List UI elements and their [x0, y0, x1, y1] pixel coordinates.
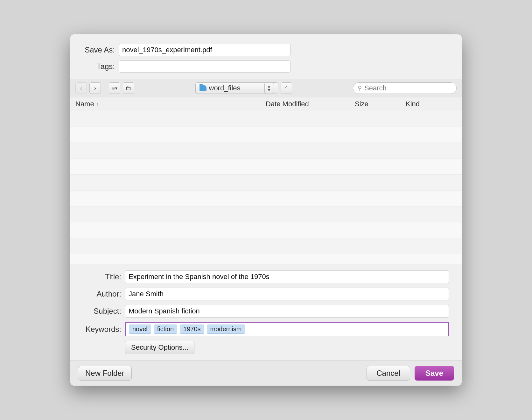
- table-row[interactable]: [70, 111, 462, 127]
- action-buttons: Cancel Save: [367, 366, 454, 381]
- save-dialog: Save As: Tags: ‹ › ≡ ▾ 🗀 word_files ▲ ▼: [70, 34, 462, 386]
- table-row[interactable]: [70, 143, 462, 159]
- tags-input[interactable]: [119, 60, 290, 73]
- save-as-input[interactable]: [119, 44, 290, 56]
- keywords-field[interactable]: novel fiction 1970s modernism: [125, 322, 449, 336]
- forward-button[interactable]: ›: [89, 82, 101, 94]
- keyword-tag-fiction[interactable]: fiction: [154, 325, 177, 334]
- keyword-tag-modernism[interactable]: modernism: [207, 325, 245, 334]
- keywords-row: Keywords: novel fiction 1970s modernism: [83, 322, 449, 336]
- col-size-header[interactable]: Size: [355, 100, 406, 108]
- chevron-down-icon: ▾: [115, 86, 117, 91]
- cancel-button[interactable]: Cancel: [367, 366, 410, 381]
- title-row: Title:: [83, 270, 449, 283]
- view-options-button[interactable]: ≡ ▾: [109, 82, 120, 94]
- subject-row: Subject:: [83, 305, 449, 318]
- new-folder-icon-button[interactable]: 🗀: [123, 82, 134, 94]
- separator-1: [105, 84, 105, 93]
- folder-icon: [200, 85, 206, 91]
- toolbar: ‹ › ≡ ▾ 🗀 word_files ▲ ▼ ⌃ ⚲: [70, 79, 462, 97]
- search-icon: ⚲: [358, 85, 362, 92]
- expand-button[interactable]: ⌃: [281, 82, 292, 94]
- subject-label: Subject:: [83, 307, 121, 316]
- table-row[interactable]: [70, 175, 462, 191]
- search-input[interactable]: [364, 84, 452, 92]
- list-icon: ≡: [112, 85, 115, 92]
- save-button[interactable]: Save: [415, 366, 454, 381]
- keyword-tag-1970s[interactable]: 1970s: [180, 325, 204, 334]
- col-name-header[interactable]: Name ↑: [75, 100, 266, 108]
- save-as-label: Save As:: [83, 46, 115, 54]
- col-date-header[interactable]: Date Modified: [266, 100, 355, 108]
- col-name-label: Name: [75, 100, 94, 108]
- title-input[interactable]: [125, 270, 449, 283]
- top-section: Save As: Tags:: [70, 34, 462, 79]
- table-row[interactable]: [70, 206, 462, 222]
- location-name: word_files: [209, 84, 241, 92]
- author-label: Author:: [83, 290, 121, 298]
- location-dropdown[interactable]: word_files ▲ ▼: [195, 82, 278, 94]
- table-row[interactable]: [70, 238, 462, 254]
- table-row[interactable]: [70, 127, 462, 143]
- location-picker: word_files ▲ ▼ ⌃: [137, 82, 350, 94]
- chevron-up-icon-2: ⌃: [284, 85, 288, 91]
- table-row[interactable]: [70, 222, 462, 238]
- chevron-down-icon-2: ▼: [267, 88, 271, 92]
- metadata-section: Title: Author: Subject: Keywords: novel …: [70, 264, 462, 360]
- keyword-tag-novel[interactable]: novel: [129, 325, 151, 334]
- title-label: Title:: [83, 272, 121, 281]
- table-row[interactable]: [70, 159, 462, 175]
- file-list-header: Name ↑ Date Modified Size Kind: [70, 97, 462, 111]
- security-options-button[interactable]: Security Options...: [125, 341, 194, 354]
- author-row: Author:: [83, 288, 449, 300]
- save-as-row: Save As:: [83, 44, 449, 56]
- folder-new-icon: 🗀: [126, 85, 131, 92]
- subject-input[interactable]: [125, 305, 449, 318]
- table-row[interactable]: [70, 191, 462, 206]
- keywords-label: Keywords:: [83, 325, 121, 334]
- security-row: Security Options...: [83, 341, 449, 354]
- search-box: ⚲: [353, 82, 457, 94]
- stepper-button[interactable]: ▲ ▼: [264, 82, 274, 94]
- tags-row: Tags:: [83, 60, 449, 73]
- sort-arrow-icon: ↑: [96, 101, 99, 107]
- new-folder-button[interactable]: New Folder: [78, 366, 132, 381]
- file-list: [70, 111, 462, 264]
- author-input[interactable]: [125, 288, 449, 300]
- tags-label: Tags:: [83, 62, 115, 71]
- bottom-bar: New Folder Cancel Save: [70, 360, 462, 386]
- back-button[interactable]: ‹: [75, 82, 87, 94]
- col-kind-header[interactable]: Kind: [406, 100, 457, 108]
